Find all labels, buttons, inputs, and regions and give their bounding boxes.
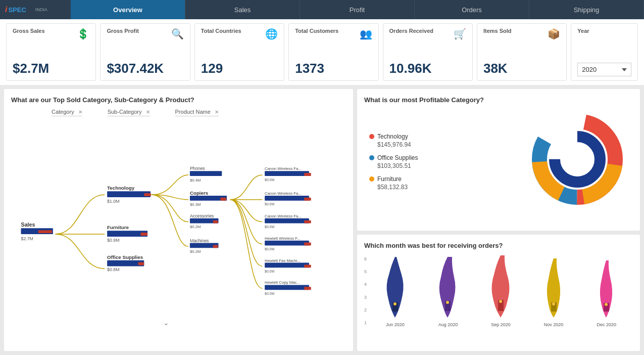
tree-svg: Sales $2.7M Technology $1.0M Furniture $… [11, 120, 346, 348]
filter-product-close[interactable]: ✕ [215, 109, 219, 115]
svg-text:$0.0M: $0.0M [265, 178, 274, 182]
svg-text:$2.7M: $2.7M [21, 236, 33, 241]
tab-orders[interactable]: Orders [415, 0, 529, 19]
svg-text:Hewlett Fax Machi...: Hewlett Fax Machi... [265, 258, 301, 263]
svg-point-64 [446, 301, 449, 304]
violin-dec-shape [592, 254, 620, 320]
furniture-dot [369, 176, 374, 182]
year-label: Year [577, 28, 631, 34]
left-panel: What are our Top Sold Category, Sub-Cate… [4, 89, 353, 351]
kpi-gross-profit: Gross Profit 🔍 $307.42K [100, 23, 190, 81]
kpi-total-customers-label: Total Customers [295, 28, 338, 34]
kpi-total-countries-value: 129 [201, 61, 278, 76]
aug-label: Aug 2020 [438, 322, 458, 327]
kpi-items-sold: Items Sold 📦 38K [477, 23, 567, 81]
decomp-tree: Sales $2.7M Technology $1.0M Furniture $… [11, 120, 346, 348]
profit-panel-title: What is our most Profitable Category? [364, 96, 633, 104]
y-2: 2 [364, 307, 367, 313]
kpi-orders-received: Orders Received 🛒 10.96K [383, 23, 473, 81]
office-supplies-value: $103,305.51 [377, 162, 418, 169]
people-icon: 👥 [360, 28, 372, 40]
logo-spec: SPEC [8, 6, 26, 14]
svg-point-62 [393, 302, 397, 305]
app-header: i SPEC INDIA Overview Sales Profit Order… [0, 0, 644, 19]
svg-text:Technology: Technology [107, 185, 135, 191]
violin-dec: Dec 2020 [592, 254, 620, 327]
cart-icon: 🛒 [454, 28, 466, 40]
svg-text:$0.4M: $0.4M [190, 178, 201, 183]
svg-text:Canon Wireless Fa...: Canon Wireless Fa... [265, 166, 302, 171]
violin-jun: Jun 2020 [381, 254, 409, 327]
tab-overview[interactable]: Overview [71, 0, 185, 19]
tab-profit[interactable]: Profit [300, 0, 415, 19]
kpi-gross-sales-value: $2.7M [13, 61, 89, 76]
svg-rect-32 [304, 173, 311, 176]
furniture-name: Furniture [377, 175, 402, 183]
svg-point-70 [605, 303, 608, 306]
svg-text:Canon Wireless Fa...: Canon Wireless Fa... [265, 214, 302, 218]
profit-legend: Technology $145,976.94 Office Supplies $… [369, 133, 418, 191]
svg-rect-39 [265, 218, 309, 224]
kpi-items-sold-label: Items Sold [483, 28, 512, 34]
svg-text:Canon Wireless Fa...: Canon Wireless Fa... [265, 191, 302, 196]
svg-text:Hewlett Copy Mac...: Hewlett Copy Mac... [265, 280, 300, 285]
y-1: 1 [364, 320, 367, 325]
y-5: 5 [364, 269, 367, 274]
svg-text:$0.3M: $0.3M [190, 202, 201, 207]
svg-text:Accessories: Accessories [190, 213, 214, 218]
kpi-orders-received-value: 10.96K [389, 61, 466, 76]
svg-rect-5 [144, 193, 151, 196]
svg-rect-36 [304, 198, 311, 201]
svg-rect-48 [304, 264, 311, 268]
main-content: What are our Top Sold Category, Sub-Cate… [0, 85, 644, 355]
y-6: 6 [364, 256, 367, 261]
filter-subcategory[interactable]: Sub-Category ✕ [108, 109, 150, 116]
svg-rect-51 [265, 285, 309, 290]
violin-aug: Aug 2020 [434, 254, 462, 327]
tab-shipping[interactable]: Shipping [529, 0, 644, 19]
svg-text:$0.0M: $0.0M [265, 202, 274, 206]
dec-label: Dec 2020 [597, 322, 616, 327]
svg-rect-35 [265, 196, 309, 201]
year-select[interactable]: 2020 2019 2018 2017 [577, 63, 631, 76]
violin-nov-shape [540, 254, 568, 320]
svg-rect-20 [220, 198, 226, 201]
kpi-total-countries: Total Countries 🌐 129 [194, 23, 284, 81]
svg-text:Sales: Sales [21, 221, 35, 228]
legend-technology: Technology $145,976.94 [369, 133, 418, 148]
donut-chart [527, 109, 628, 210]
svg-text:Phones: Phones [190, 166, 205, 171]
svg-text:$0.0M: $0.0M [265, 225, 274, 229]
filter-subcategory-close[interactable]: ✕ [146, 109, 150, 115]
filter-category[interactable]: Category ✕ [52, 109, 82, 116]
tab-sales[interactable]: Sales [185, 0, 300, 19]
svg-rect-1 [38, 230, 52, 233]
svg-text:Furniture: Furniture [107, 225, 129, 230]
kpi-year: Year 2020 2019 2018 2017 [571, 23, 638, 81]
svg-text:$0.9M: $0.9M [107, 238, 119, 243]
decomp-filters: Category ✕ Sub-Category ✕ Product Name ✕ [52, 109, 346, 116]
svg-rect-52 [304, 287, 311, 290]
search-icon: 🔍 [171, 28, 184, 40]
filter-product[interactable]: Product Name ✕ [175, 109, 219, 116]
svg-text:$0.2M: $0.2M [190, 249, 201, 254]
violin-nov: Nov 2020 [540, 254, 568, 327]
svg-rect-24 [213, 220, 218, 224]
technology-value: $145,976.94 [377, 141, 418, 148]
kpi-gross-profit-value: $307.42K [107, 61, 183, 76]
y-4: 4 [364, 282, 367, 287]
kpi-total-customers: Total Customers 👥 1373 [288, 23, 378, 81]
kpi-gross-sales: Gross Sales 💲 $2.7M [6, 23, 96, 81]
violin-sep: Sep 2020 [487, 254, 515, 327]
technology-dot [369, 134, 374, 139]
violin-sep-shape [487, 254, 515, 320]
filter-category-close[interactable]: ✕ [78, 109, 82, 115]
svg-point-68 [552, 302, 555, 305]
logo: i SPEC INDIA [0, 5, 71, 14]
svg-rect-16 [190, 171, 222, 176]
svg-rect-47 [265, 263, 309, 268]
svg-rect-9 [140, 233, 147, 236]
svg-point-60 [563, 145, 591, 173]
kpi-items-sold-value: 38K [483, 61, 560, 76]
svg-text:$0.8M: $0.8M [107, 267, 119, 272]
